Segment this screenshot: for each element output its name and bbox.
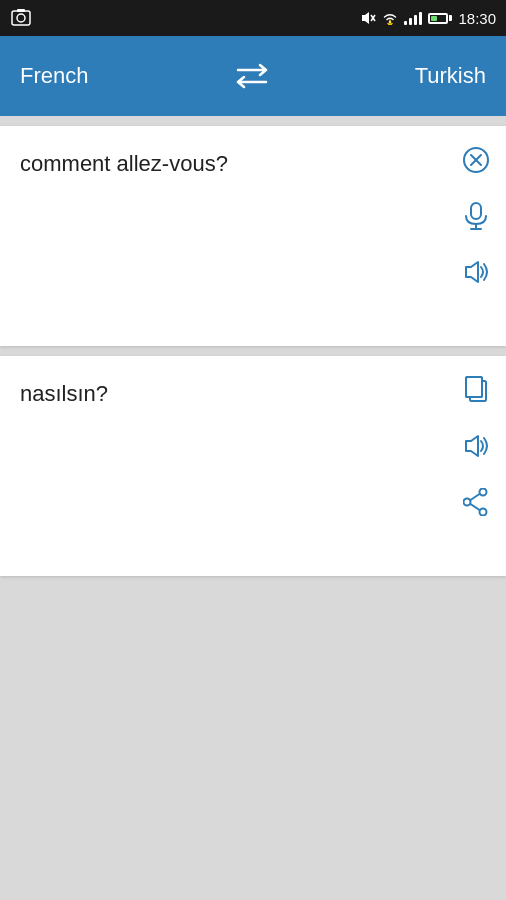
source-panel-actions — [446, 126, 506, 306]
svg-point-15 — [480, 489, 487, 496]
svg-point-1 — [17, 14, 25, 22]
svg-line-18 — [471, 494, 480, 500]
source-text-value: comment allez-vous? — [20, 151, 228, 176]
svg-point-17 — [464, 499, 471, 506]
main-content: comment allez-vous? — [0, 116, 506, 900]
clear-button[interactable] — [458, 142, 494, 178]
target-text: nasılsın? — [0, 356, 446, 425]
svg-rect-13 — [466, 377, 482, 397]
status-bar: 18:30 — [0, 0, 506, 36]
status-bar-left — [10, 7, 32, 29]
svg-rect-2 — [17, 9, 25, 12]
status-time: 18:30 — [458, 10, 496, 27]
target-text-value: nasılsın? — [20, 381, 108, 406]
target-panel-actions — [446, 356, 506, 536]
toolbar: French Turkish — [0, 36, 506, 116]
target-speaker-button[interactable] — [458, 428, 494, 464]
wifi-icon — [382, 11, 398, 25]
target-language-button[interactable]: Turkish — [415, 63, 486, 89]
microphone-button[interactable] — [458, 198, 494, 234]
source-speaker-button[interactable] — [458, 254, 494, 290]
signal-icon — [404, 11, 422, 25]
mute-icon — [360, 10, 376, 26]
target-panel: nasılsın? — [0, 356, 506, 576]
battery-icon — [428, 13, 452, 24]
svg-point-16 — [480, 509, 487, 516]
swap-languages-button[interactable] — [234, 62, 270, 90]
status-bar-right: 18:30 — [360, 10, 496, 27]
source-text[interactable]: comment allez-vous? — [0, 126, 446, 195]
svg-rect-9 — [471, 203, 481, 219]
svg-line-19 — [471, 504, 480, 510]
source-language-button[interactable]: French — [20, 63, 88, 89]
source-panel: comment allez-vous? — [0, 126, 506, 346]
share-button[interactable] — [458, 484, 494, 520]
photo-icon — [10, 7, 32, 29]
copy-button[interactable] — [458, 372, 494, 408]
svg-rect-0 — [12, 11, 30, 25]
